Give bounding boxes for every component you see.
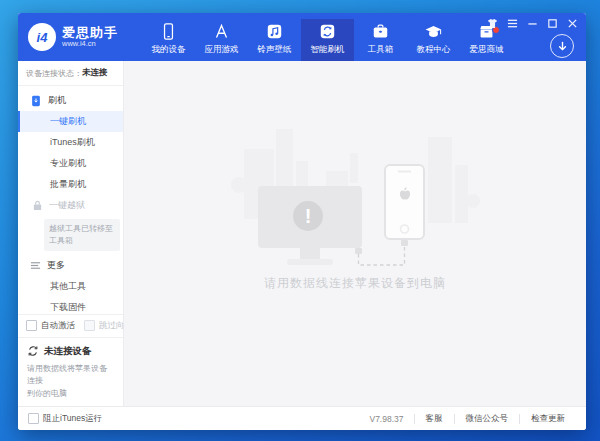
sidebar-group-more[interactable]: 更多 bbox=[18, 255, 123, 276]
sidebar-item-download-firmware[interactable]: 下载固件 bbox=[18, 297, 123, 314]
check-update-link[interactable]: 检查更新 bbox=[520, 413, 576, 425]
checkbox-icon[interactable] bbox=[26, 320, 37, 331]
device-status: 设备连接状态：未连接 bbox=[18, 61, 123, 86]
tab-label: 铃声壁纸 bbox=[258, 44, 292, 56]
connection-panel: 未连接设备 请用数据线将苹果设备连接 到你的电脑 bbox=[18, 337, 123, 406]
connection-description: 请用数据线将苹果设备连接 到你的电脑 bbox=[27, 363, 114, 400]
app-url: www.i4.cn bbox=[62, 40, 118, 48]
sidebar-item-jailbreak: 一键越狱 bbox=[18, 195, 123, 216]
smart-flash-icon bbox=[318, 22, 337, 41]
version-label: V7.98.37 bbox=[359, 414, 413, 424]
status-value: 未连接 bbox=[82, 67, 108, 79]
close-icon[interactable] bbox=[567, 18, 578, 29]
tab-label: 我的设备 bbox=[152, 44, 186, 56]
checkbox-icon[interactable] bbox=[28, 413, 39, 424]
phone-icon bbox=[159, 22, 178, 41]
main-content: ! 请用数据线连接苹果设备到电脑 bbox=[124, 61, 586, 406]
download-arrow-icon[interactable] bbox=[550, 34, 574, 58]
tab-label: 教程中心 bbox=[417, 44, 451, 56]
tab-label: 爱思商城 bbox=[470, 44, 504, 56]
logo-icon: i4 bbox=[28, 23, 56, 51]
jailbreak-label: 一键越狱 bbox=[49, 199, 85, 212]
sidebar-item-one-click-flash[interactable]: 一键刷机 bbox=[18, 111, 123, 132]
jailbreak-moved-note: 越狱工具已转移至工具箱 bbox=[44, 219, 120, 251]
tab-toolbox[interactable]: 工具箱 bbox=[354, 19, 407, 61]
sidebar-item-batch-flash[interactable]: 批量刷机 bbox=[18, 174, 123, 195]
sidebar-item-itunes-flash[interactable]: iTunes刷机 bbox=[18, 132, 123, 153]
tab-ringtones-wallpapers[interactable]: 铃声壁纸 bbox=[248, 19, 301, 61]
tab-tutorials[interactable]: 教程中心 bbox=[407, 19, 460, 61]
header: i4 爱思助手 www.i4.cn 我的设备 应用游戏 bbox=[18, 13, 586, 61]
connection-title: 未连接设备 bbox=[44, 345, 92, 358]
flash-phone-icon bbox=[30, 95, 42, 107]
toolbox-icon bbox=[371, 22, 390, 41]
menu-icon[interactable] bbox=[507, 18, 518, 29]
status-label: 设备连接状态： bbox=[26, 68, 82, 79]
more-list-icon bbox=[30, 260, 41, 271]
tab-smart-flash[interactable]: 智能刷机 bbox=[301, 19, 354, 61]
tab-my-device[interactable]: 我的设备 bbox=[142, 19, 195, 61]
tutorial-icon bbox=[424, 22, 443, 41]
sidebar-item-other-tools[interactable]: 其他工具 bbox=[18, 276, 123, 297]
footer-bar: 阻止iTunes运行 V7.98.37 客服 微信公众号 检查更新 bbox=[18, 406, 586, 430]
tab-label: 应用游戏 bbox=[205, 44, 239, 56]
sync-icon bbox=[27, 345, 39, 357]
sidebar-menu: 刷机 一键刷机 iTunes刷机 专业刷机 批量刷机 一键越狱 越狱工具已转移至… bbox=[18, 86, 123, 314]
checkbox-label: 自动激活 bbox=[41, 320, 75, 332]
block-itunes-checkbox[interactable]: 阻止iTunes运行 bbox=[28, 413, 102, 425]
app-title: 爱思助手 bbox=[62, 26, 118, 40]
checkbox-icon bbox=[84, 320, 95, 331]
empty-state-text: 请用数据线连接苹果设备到电脑 bbox=[264, 275, 446, 292]
sidebar-group-flash[interactable]: 刷机 bbox=[18, 90, 123, 111]
auto-activate-checkbox[interactable]: 自动激活 bbox=[26, 320, 75, 332]
tab-label: 工具箱 bbox=[368, 44, 394, 56]
sidebar-item-pro-flash[interactable]: 专业刷机 bbox=[18, 153, 123, 174]
lock-icon bbox=[32, 200, 43, 211]
skin-icon[interactable] bbox=[487, 18, 498, 29]
flash-options: 自动激活 跳过向导 bbox=[18, 314, 123, 337]
svg-text:!: ! bbox=[305, 205, 312, 227]
tab-label: 智能刷机 bbox=[311, 44, 345, 56]
appstore-icon bbox=[212, 22, 231, 41]
sidebar: 设备连接状态：未连接 刷机 一键刷机 iTunes刷机 专业刷机 批量刷机 bbox=[18, 61, 124, 406]
group-label: 更多 bbox=[47, 259, 65, 272]
window-controls bbox=[487, 18, 578, 29]
ringtone-wallpaper-icon bbox=[265, 22, 284, 41]
minimize-icon[interactable] bbox=[527, 18, 538, 29]
tab-apps-games[interactable]: 应用游戏 bbox=[195, 19, 248, 61]
maximize-icon[interactable] bbox=[547, 18, 558, 29]
customer-service-link[interactable]: 客服 bbox=[415, 413, 454, 425]
checkbox-label: 阻止iTunes运行 bbox=[43, 413, 102, 425]
main-nav: 我的设备 应用游戏 铃声壁纸 bbox=[142, 19, 513, 61]
app-logo: i4 爱思助手 www.i4.cn bbox=[18, 13, 142, 61]
wechat-official-account-link[interactable]: 微信公众号 bbox=[455, 413, 520, 425]
app-window: i4 爱思助手 www.i4.cn 我的设备 应用游戏 bbox=[18, 13, 586, 430]
group-label: 刷机 bbox=[48, 94, 66, 107]
no-device-illustration: ! bbox=[230, 113, 480, 273]
